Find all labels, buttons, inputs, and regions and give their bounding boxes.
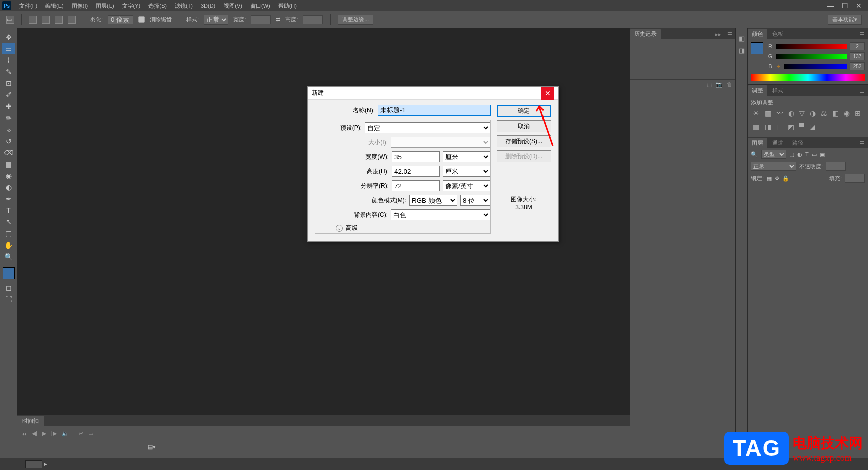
menu-layer[interactable]: 图层(L) (92, 2, 118, 10)
threshold-icon[interactable]: ◩ (788, 123, 794, 131)
cancel-button[interactable]: 取消 (497, 120, 551, 132)
advanced-toggle[interactable]: ⌄ 高级 (336, 224, 490, 232)
selection-add-icon[interactable] (42, 16, 50, 24)
timeline-prev-frame-icon[interactable]: ◀| (32, 430, 37, 437)
timeline-tab[interactable]: 时间轴 (17, 416, 44, 426)
menu-filter[interactable]: 滤镜(T) (171, 2, 197, 10)
filter-type-icon[interactable]: T (805, 151, 809, 157)
menu-view[interactable]: 视图(V) (220, 2, 246, 10)
shape-tool-icon[interactable]: ▢ (2, 228, 15, 239)
color-depth-select[interactable]: 8 位 (460, 195, 490, 206)
photo-filter-icon[interactable]: ◉ (844, 109, 850, 118)
g-slider[interactable] (776, 54, 847, 59)
layer-filter-type-select[interactable]: 类型 (761, 150, 786, 159)
lock-all-icon[interactable]: 🔒 (782, 175, 789, 182)
timeline-scissors-icon[interactable]: ✂ (79, 430, 83, 437)
menu-help[interactable]: 帮助(H) (274, 2, 301, 10)
panel-collapse-icon[interactable]: ▸▸ (712, 30, 724, 39)
fg-bg-swatch-icon[interactable] (751, 42, 763, 54)
name-input[interactable] (378, 105, 491, 116)
selection-new-icon[interactable] (29, 16, 37, 24)
type-tool-icon[interactable]: T (2, 205, 15, 216)
channels-tab[interactable]: 通道 (768, 138, 787, 148)
close-window-icon[interactable]: ✕ (852, 2, 866, 10)
resolution-unit[interactable]: 像素/英寸 (443, 180, 490, 191)
mini-doc-tab[interactable] (25, 460, 42, 468)
eyedropper-tool-icon[interactable]: ✐ (2, 89, 15, 100)
filter-shape-icon[interactable]: ▭ (812, 151, 817, 158)
quick-mask-icon[interactable]: ◻ (2, 282, 15, 293)
timeline-first-frame-icon[interactable]: ⏮ (21, 431, 27, 437)
blur-tool-icon[interactable]: ◉ (2, 170, 15, 181)
history-tab[interactable]: 历史记录 (630, 29, 661, 39)
filter-pixel-icon[interactable]: ▢ (789, 151, 794, 158)
selective-color-icon[interactable]: ◪ (809, 123, 816, 131)
fill-input[interactable] (845, 174, 865, 183)
dodge-tool-icon[interactable]: ◐ (2, 182, 15, 193)
brush-tool-icon[interactable]: ✏ (2, 112, 15, 124)
posterize-icon[interactable]: ▤ (776, 123, 783, 131)
exposure-icon[interactable]: ◐ (788, 109, 794, 118)
timeline-audio-icon[interactable]: 🔈 (62, 430, 69, 437)
color-balance-icon[interactable]: ⚖ (821, 109, 827, 118)
preset-select[interactable]: 自定 (365, 122, 490, 133)
filter-smart-icon[interactable]: ▣ (820, 151, 825, 158)
bg-content-select[interactable]: 白色 (391, 209, 490, 220)
pen-tool-icon[interactable]: ✒ (2, 193, 15, 204)
workspace-switcher[interactable]: 基本功能 ▾ (828, 15, 862, 25)
panel-menu-icon[interactable]: ☰ (857, 86, 868, 96)
paths-tab[interactable]: 路径 (788, 138, 807, 148)
dialog-width-unit[interactable]: 厘米 (443, 151, 490, 162)
g-value-input[interactable] (850, 52, 865, 60)
screen-mode-icon[interactable]: ⛶ (2, 294, 15, 305)
close-icon[interactable]: ✕ (541, 87, 554, 100)
levels-icon[interactable]: ▥ (765, 109, 771, 118)
blend-mode-select[interactable]: 正常 (751, 162, 796, 171)
history-brush-tool-icon[interactable]: ↺ (2, 136, 15, 147)
refine-edge-button[interactable]: 调整边缘... (338, 15, 373, 25)
invert-icon[interactable]: ◨ (765, 123, 771, 131)
bw-icon[interactable]: ◧ (832, 109, 839, 118)
menu-image[interactable]: 图像(I) (68, 2, 92, 10)
crop-tool-icon[interactable]: ⊡ (2, 78, 15, 89)
styles-tab[interactable]: 样式 (768, 85, 787, 96)
panel-menu-icon[interactable]: ☰ (857, 30, 868, 39)
color-tab[interactable]: 颜色 (748, 29, 767, 39)
layers-tab[interactable]: 图层 (748, 138, 767, 148)
r-value-input[interactable] (850, 42, 865, 50)
b-slider[interactable] (784, 64, 847, 69)
ok-button[interactable]: 确定 (497, 105, 551, 117)
lock-position-icon[interactable]: ✥ (775, 175, 779, 182)
menu-edit[interactable]: 编辑(E) (41, 2, 68, 10)
history-snapshot-icon[interactable]: ⬚ (707, 81, 712, 88)
maximize-icon[interactable]: ☐ (838, 2, 852, 10)
filter-adjust-icon[interactable]: ◐ (797, 151, 802, 158)
history-new-doc-icon[interactable]: 📷 (716, 81, 723, 88)
hand-tool-icon[interactable]: ✋ (2, 240, 15, 251)
hue-sat-icon[interactable]: ◑ (810, 109, 816, 118)
selection-subtract-icon[interactable] (55, 16, 63, 24)
style-select[interactable]: 正常 (204, 15, 228, 25)
menu-select[interactable]: 选择(S) (144, 2, 171, 10)
lasso-tool-icon[interactable]: ⌇ (2, 55, 15, 66)
dialog-width-input[interactable] (392, 151, 440, 162)
quick-select-tool-icon[interactable]: ✎ (2, 66, 15, 77)
lock-pixels-icon[interactable]: ▦ (767, 175, 772, 182)
selection-intersect-icon[interactable] (68, 16, 76, 24)
panel-menu-icon[interactable]: ☰ (857, 139, 868, 148)
zoom-tool-icon[interactable]: 🔍 (2, 251, 15, 262)
curves-icon[interactable]: 〰 (776, 109, 783, 118)
marquee-tool-icon[interactable]: ▭ (2, 43, 15, 54)
gradient-map-icon[interactable]: ▀ (799, 123, 804, 131)
mini-doc-expand-icon[interactable]: ▸ (44, 461, 47, 467)
move-tool-icon[interactable]: ✥ (2, 32, 15, 43)
dialog-height-input[interactable] (392, 166, 440, 177)
eraser-tool-icon[interactable]: ⌫ (2, 147, 15, 158)
clone-stamp-tool-icon[interactable]: ⟐ (2, 124, 15, 135)
foreground-background-color-icon[interactable] (3, 267, 15, 279)
menu-file[interactable]: 文件(F) (15, 2, 41, 10)
marquee-tool-indicator-icon[interactable]: ▭ (6, 16, 14, 24)
vibrance-icon[interactable]: ▽ (799, 109, 805, 118)
minimize-icon[interactable]: — (824, 2, 838, 10)
menu-window[interactable]: 窗口(W) (246, 2, 274, 10)
